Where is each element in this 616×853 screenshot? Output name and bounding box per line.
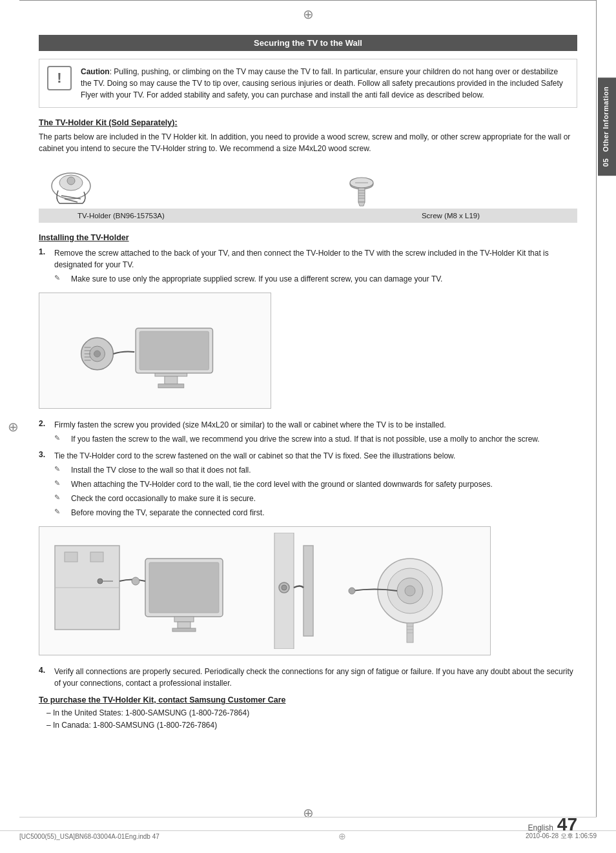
- step-4-text: Verify all connections are properly secu…: [54, 666, 577, 689]
- compass-left-mark: ⊕: [8, 419, 19, 435]
- step-4-num: 4.: [39, 666, 50, 675]
- purchase-us-dash: –: [46, 708, 53, 717]
- tv-cable-svg: [46, 299, 264, 402]
- step-1-illustration: [39, 293, 271, 409]
- purchase-title: To purchase the TV-Holder Kit, contact S…: [39, 695, 577, 704]
- purchase-ca-text: In Canada: 1-800-SAMSUNG (1-800-726-7864…: [53, 721, 217, 730]
- step-3-note-4: ✎ Before moving the TV, separate the con…: [54, 507, 577, 519]
- svg-rect-17: [158, 384, 184, 388]
- side-tab-label: Other Information: [602, 87, 610, 152]
- svg-rect-35: [149, 562, 219, 613]
- caution-label: Caution: [81, 67, 110, 76]
- svg-rect-41: [303, 546, 313, 636]
- installing-title: Installing the TV-Holder: [39, 233, 577, 242]
- parts-label-bar: TV-Holder (BN96-15753A) Screw (M8 x L19): [39, 209, 577, 223]
- step-3-row: 3. Tie the TV-Holder cord to the screw f…: [39, 450, 577, 462]
- step-4: 4. Verify all connections are properly s…: [39, 666, 577, 689]
- footer-left-text: [UC5000(55)_USA]BN68-03004A-01Eng.indb 4…: [19, 833, 159, 840]
- step-3-note-1-text: Install the TV close to the wall so that…: [71, 464, 577, 476]
- footer: [UC5000(55)_USA]BN68-03004A-01Eng.indb 4…: [0, 830, 616, 841]
- footer-compass: ⊕: [338, 831, 346, 841]
- step-3-note-1: ✎ Install the TV close to the wall so th…: [54, 464, 577, 476]
- svg-rect-37: [178, 622, 190, 628]
- screw-svg: [336, 176, 387, 209]
- purchase-us-text: In the United States: 1-800-SAMSUNG (1-8…: [53, 708, 249, 717]
- step-1: 1. Remove the screw attached to the back…: [39, 247, 577, 285]
- step-2-num: 2.: [39, 419, 50, 428]
- screw-part-name: Screw (M8 x L19): [422, 212, 480, 220]
- top-border: [19, 0, 597, 1]
- parts-area: [39, 163, 577, 209]
- step-1-note-1-text: Make sure to use only the appropriate su…: [71, 273, 577, 285]
- step-1-note-1: ✎ Make sure to use only the appropriate …: [54, 273, 577, 285]
- svg-point-2: [67, 177, 75, 185]
- tv-wall-right-svg: [268, 533, 481, 649]
- tv-holder-kit-title: The TV-Holder Kit (Sold Separately):: [39, 118, 577, 127]
- caution-body: : Pulling, pushing, or climbing on the T…: [81, 67, 563, 99]
- step-3-note-4-text: Before moving the TV, separate the conne…: [71, 507, 577, 519]
- step-3-note-2: ✎ When attaching the TV-Holder cord to t…: [54, 478, 577, 490]
- page-container: ⊕ 05 Other Information Securing the TV t…: [0, 0, 616, 853]
- tv-wall-left-svg: [48, 533, 262, 649]
- step-1-num: 1.: [39, 247, 50, 256]
- step-2: 2. Firmly fasten the screw you provided …: [39, 419, 577, 445]
- tv-holder-svg: [39, 163, 103, 209]
- step-2-note-1-text: If you fasten the screw to the wall, we …: [71, 433, 577, 445]
- part-screw: [336, 176, 387, 209]
- svg-rect-36: [174, 617, 194, 622]
- svg-rect-31: [90, 552, 103, 562]
- note-icon-1: ✎: [54, 274, 67, 282]
- right-border: [596, 0, 597, 817]
- svg-point-39: [132, 577, 139, 585]
- step-3-text: Tie the TV-Holder cord to the screw fast…: [54, 450, 577, 462]
- note-icon-3a: ✎: [54, 465, 67, 473]
- step-3-num: 3.: [39, 450, 50, 459]
- caution-text: Caution: Pulling, pushing, or climbing o…: [81, 66, 569, 101]
- step-1-row: 1. Remove the screw attached to the back…: [39, 247, 577, 271]
- side-tab: 05 Other Information: [598, 77, 616, 176]
- step-3: 3. Tie the TV-Holder cord to the screw f…: [39, 450, 577, 519]
- caution-icon: !: [47, 66, 72, 90]
- footer-right-text: 2010-06-28 오후 1:06:59: [526, 832, 597, 841]
- note-icon-3c: ✎: [54, 493, 67, 502]
- svg-rect-16: [165, 376, 178, 384]
- tv-holder-part-name: TV-Holder (BN96-15753A): [77, 212, 165, 220]
- screw-label: Screw (M8 x L19): [324, 209, 577, 223]
- svg-marker-14: [358, 202, 365, 206]
- purchase-ca-dash: –: [46, 721, 53, 730]
- compass-bottom-mark: ⊕: [303, 805, 314, 821]
- step-2-text: Firmly fasten the screw you provided (si…: [54, 419, 577, 431]
- step-4-row: 4. Verify all connections are properly s…: [39, 666, 577, 689]
- section-title-text: Securing the TV to the Wall: [254, 38, 362, 48]
- step-3-illustration: [39, 526, 491, 655]
- svg-point-52: [349, 588, 355, 594]
- purchase-item-1: – In the United States: 1-800-SAMSUNG (1…: [39, 707, 577, 719]
- svg-rect-38: [172, 628, 196, 632]
- section-header: Securing the TV to the Wall: [39, 35, 577, 51]
- svg-point-32: [98, 579, 103, 584]
- svg-rect-30: [65, 552, 77, 562]
- step-3-note-3-text: Check the cord occasionally to make sure…: [71, 493, 577, 504]
- svg-rect-19: [139, 331, 209, 370]
- compass-top-mark: ⊕: [303, 6, 314, 22]
- step-1-text: Remove the screw attached to the back of…: [54, 247, 577, 271]
- step-2-note-1: ✎ If you fasten the screw to the wall, w…: [54, 433, 577, 445]
- note-icon-2: ✎: [54, 434, 67, 442]
- purchase-section: To purchase the TV-Holder Kit, contact S…: [39, 695, 577, 732]
- bottom-border: [19, 817, 597, 817]
- svg-point-22: [94, 351, 101, 357]
- content-area: Securing the TV to the Wall ! Caution: P…: [39, 26, 577, 732]
- note-icon-3d: ✎: [54, 508, 67, 516]
- caution-box: ! Caution: Pulling, pushing, or climbing…: [39, 59, 577, 108]
- purchase-item-2: – In Canada: 1-800-SAMSUNG (1-800-726-78…: [39, 719, 577, 732]
- part-tv-holder: [39, 163, 103, 209]
- note-icon-3b: ✎: [54, 479, 67, 488]
- step-2-row: 2. Firmly fasten the screw you provided …: [39, 419, 577, 431]
- tv-holder-kit-desc: The parts below are included in the TV H…: [39, 131, 577, 154]
- step-3-note-3: ✎ Check the cord occasionally to make su…: [54, 493, 577, 504]
- svg-rect-9: [358, 188, 365, 202]
- svg-point-47: [405, 586, 415, 596]
- svg-point-43: [282, 585, 287, 590]
- step-3-note-2-text: When attaching the TV-Holder cord to the…: [71, 478, 577, 490]
- tv-holder-label: TV-Holder (BN96-15753A): [39, 209, 324, 223]
